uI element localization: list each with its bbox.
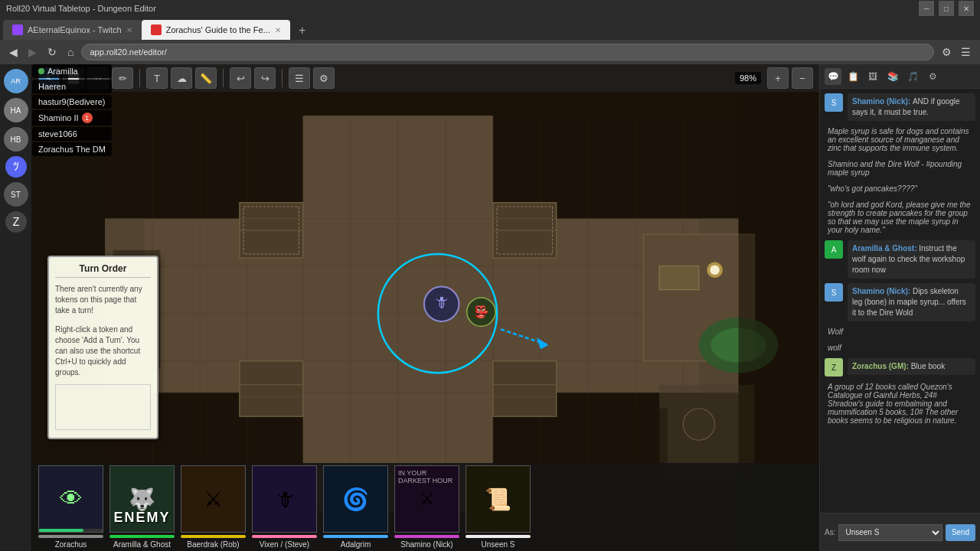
chat-sender-7: Shamino (Nick):	[852, 287, 910, 295]
tab-roll20[interactable]: Zorachus' Guide to the Fe... ✕	[142, 20, 290, 40]
char-portrait-zorachus[interactable]: 👁 Zorachus	[38, 465, 103, 549]
avatar-hastur9[interactable]: HB	[4, 127, 28, 152]
avatar-steve1066[interactable]: ST	[4, 182, 28, 207]
svg-rect-34	[493, 361, 557, 416]
char-name-vixen: Vixen / (Steve)	[252, 540, 317, 549]
chat-tab-settings[interactable]: ⚙	[924, 68, 941, 85]
avatar-haeren[interactable]: HA	[4, 98, 28, 122]
tab-favicon-roll20	[151, 24, 162, 35]
user-name-steve1066: steve1066	[38, 129, 77, 139]
minimize-button[interactable]: ─	[919, 1, 934, 16]
menu-button[interactable]: ☰	[958, 44, 974, 60]
discord-icon-zorachus[interactable]: Ｚ	[5, 211, 27, 233]
tool-measure[interactable]: 📏	[195, 67, 217, 89]
chat-plain-11: A group of 12 books called Quezon's Cata…	[825, 381, 975, 426]
tool-undo[interactable]: ↩	[230, 67, 251, 89]
char-portrait-unseen[interactable]: 📜 Unseen S	[466, 465, 531, 549]
new-tab-button[interactable]: +	[293, 21, 312, 40]
address-input[interactable]	[81, 44, 934, 60]
home-button[interactable]: ⌂	[64, 44, 77, 60]
char-img-baerdrak: ⚔	[181, 466, 245, 532]
tab-roll20-label: Zorachus' Guide to the Fe...	[166, 25, 270, 34]
user-label-zorachus[interactable]: Zorachus The DM	[32, 142, 112, 156]
character-bar: 👁 Zorachus 🐺 ENEMY	[32, 463, 819, 551]
user-list-overlay: Aramilla Haeren hastur9(Bedivere) Shamin…	[32, 64, 112, 158]
svg-text:👺: 👺	[474, 305, 489, 319]
svg-rect-57	[32, 92, 819, 116]
back-button[interactable]: ◀	[6, 44, 21, 60]
tab-bar: AEternalEquinox - Twitch ✕ Zorachus' Gui…	[0, 17, 980, 40]
user-label-shamino[interactable]: Shamino II 1	[32, 110, 112, 126]
user-label-steve1066[interactable]: steve1066	[32, 127, 112, 141]
chat-sender-1: Shamino (Nick):	[852, 97, 913, 106]
chat-send-button[interactable]: Send	[946, 524, 975, 541]
maximize-button[interactable]: □	[939, 1, 954, 16]
tab-twitch-label: AEternalEquinox - Twitch	[28, 25, 122, 34]
chat-sender-6: Aramilla & Ghost:	[852, 244, 916, 253]
badge-shamino: 1	[82, 112, 93, 123]
tool-redo[interactable]: ↪	[254, 67, 276, 89]
refresh-button[interactable]: ↻	[44, 44, 60, 60]
chat-tab-art[interactable]: 🖼	[864, 68, 881, 85]
tool-text[interactable]: T	[146, 67, 168, 89]
char-portrait-aramilla[interactable]: 🐺 ENEMY Aramilla & Ghost	[109, 465, 175, 549]
chat-avatar-zorachus-10: Z	[825, 358, 843, 377]
zoom-in-button[interactable]: +	[767, 67, 789, 89]
user-name-zorachus: Zorachus The DM	[38, 145, 106, 154]
chat-tab-messages[interactable]: 💬	[825, 68, 841, 85]
user-label-haeren[interactable]: Haeren	[32, 80, 112, 93]
forward-button[interactable]: ▶	[25, 44, 40, 60]
char-portrait-shamino[interactable]: ⚔ IN YOUR DARKEST HOUR Shamino (Nick)	[394, 465, 459, 549]
left-sidebar: AR HA HB ﾂ ST Ｚ	[0, 64, 32, 551]
chat-tab-jukebox[interactable]: 🎵	[904, 68, 921, 85]
char-img-aramilla: 🐺 ENEMY	[110, 466, 174, 532]
char-color-adalgrim	[323, 535, 388, 538]
game-area[interactable]: ↖ ⬜ ○ ✏ T ☁ 📏 ↩ ↪ ☰ ⚙ 98% + −	[32, 64, 819, 551]
tool-separator-1	[139, 69, 140, 87]
chat-tab-journal[interactable]: 📋	[844, 68, 861, 85]
user-name-aramilla: Aramilla	[47, 67, 78, 76]
char-portrait-adalgrim[interactable]: 🌀 Adalgrim	[323, 465, 388, 549]
svg-text:🗡: 🗡	[433, 293, 449, 311]
chat-tab-compendium[interactable]: 📚	[884, 68, 901, 85]
char-color-vixen	[252, 535, 317, 538]
chat-bubble-6: Aramilla & Ghost: Instruct the wolf agai…	[848, 240, 975, 279]
close-window-button[interactable]: ✕	[959, 1, 974, 16]
char-color-aramilla	[109, 535, 175, 538]
char-img-adalgrim: 🌀	[324, 466, 387, 532]
chat-bubble-10: Zorachus (GM): Blue book	[848, 358, 975, 375]
roll20-toolbar: ↖ ⬜ ○ ✏ T ☁ 📏 ↩ ↪ ☰ ⚙ 98% + −	[32, 64, 819, 92]
tool-layers[interactable]: ☰	[289, 67, 310, 89]
discord-icon-shamino[interactable]: ﾂ	[5, 156, 27, 178]
char-name-baerdrak: Baerdrak (Rob)	[181, 540, 246, 549]
char-portrait-baerdrak[interactable]: ⚔ Baerdrak (Rob)	[181, 465, 246, 549]
chat-sidebar: 💬 📋 🖼 📚 🎵 ⚙ S Shamino (Nick): AND if goo…	[819, 64, 980, 551]
tab-roll20-close[interactable]: ✕	[275, 26, 281, 34]
char-name-aramilla: Aramilla & Ghost	[109, 540, 175, 549]
user-name-hastur9: hastur9(Bedivere)	[38, 97, 105, 106]
user-label-hastur9[interactable]: hastur9(Bedivere)	[32, 95, 112, 109]
turn-order-textarea[interactable]	[55, 384, 151, 430]
main-content: AR HA HB ﾂ ST Ｚ Aramilla Haeren hastur9(…	[0, 64, 980, 551]
zoom-out-button[interactable]: −	[792, 67, 813, 89]
tool-draw-path[interactable]: ✏	[112, 67, 133, 89]
extensions-button[interactable]: ⚙	[939, 44, 955, 60]
chat-bubble-1: Shamino (Nick): AND if google says it, i…	[848, 93, 975, 121]
chat-as-select[interactable]: Unseen S	[838, 524, 942, 541]
tab-twitch-close[interactable]: ✕	[126, 26, 132, 34]
window-title: Roll20 Virtual Tabletop - Dungeon Editor	[6, 4, 156, 13]
user-label-aramilla[interactable]: Aramilla	[32, 64, 112, 78]
chat-plain-9: wolf	[825, 342, 975, 354]
avatar-aramilla[interactable]: AR	[4, 69, 28, 93]
tool-settings[interactable]: ⚙	[313, 67, 335, 89]
chat-avatar-aramilla-6: A	[825, 240, 843, 259]
char-portrait-vixen[interactable]: 🗡 Vixen / (Steve)	[252, 465, 317, 549]
turn-order-panel: Turn Order There aren't currently any to…	[47, 256, 158, 439]
tab-twitch[interactable]: AEternalEquinox - Twitch ✕	[3, 20, 142, 40]
tool-fog[interactable]: ☁	[171, 67, 192, 89]
online-dot-aramilla	[38, 68, 44, 74]
browser-window: Roll20 Virtual Tabletop - Dungeon Editor…	[0, 0, 980, 551]
chat-avatar-shamino-1: S	[825, 93, 843, 112]
char-img-shamino: ⚔ IN YOUR DARKEST HOUR	[395, 466, 459, 532]
svg-point-45	[683, 409, 714, 440]
